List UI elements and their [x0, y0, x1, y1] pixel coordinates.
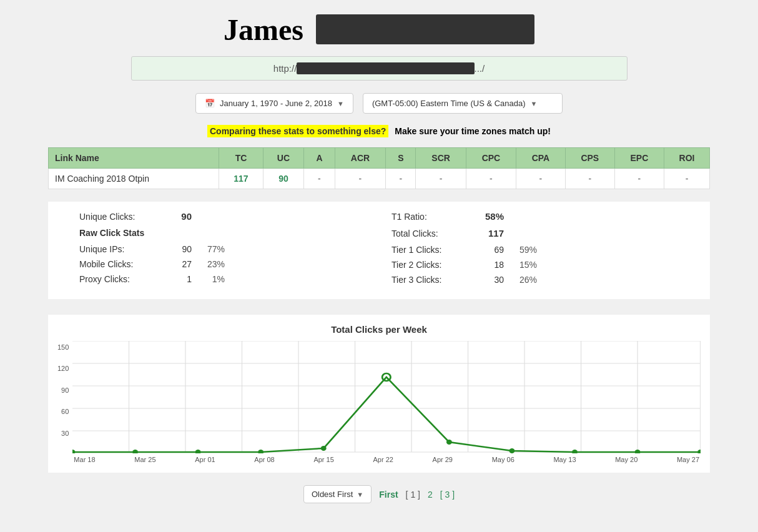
x-label-may06: May 06: [492, 456, 514, 463]
chevron-down-icon: ▼: [337, 100, 344, 107]
chevron-down-icon: ▼: [357, 491, 363, 498]
cell-epc: -: [614, 169, 664, 189]
y-label-90: 90: [61, 387, 69, 394]
page-3-link[interactable]: [ 3 ]: [440, 490, 455, 500]
tier2-value: 18: [473, 260, 504, 270]
col-cps: CPS: [565, 148, 614, 169]
x-label-apr01: Apr 01: [195, 456, 215, 463]
warning-match-text: Make sure your time zones match up!: [395, 126, 551, 136]
cell-a: -: [304, 169, 335, 189]
left-stats-col: Unique Clicks: 90 Raw Click Stats Unique…: [79, 211, 367, 290]
col-s: S: [386, 148, 416, 169]
x-label-mar18: Mar 18: [74, 456, 95, 463]
cell-uc: 90: [263, 169, 304, 189]
cell-s: -: [386, 169, 416, 189]
col-cpc: CPC: [466, 148, 516, 169]
cell-link-name: IM Coaching 2018 Otpin: [49, 169, 219, 189]
chart-point: [321, 446, 327, 451]
page-2-link[interactable]: 2: [428, 490, 433, 500]
date-filter-button[interactable]: 📅 January 1, 1970 - June 2, 2018 ▼: [195, 93, 353, 114]
timezone-label: (GMT-05:00) Eastern Time (US & Canada): [372, 99, 526, 108]
pagination-row: Oldest First ▼ First [ 1 ] 2 [ 3 ]: [48, 485, 710, 516]
y-label-150: 150: [57, 343, 69, 351]
tier1-pct: 59%: [509, 245, 537, 255]
col-roi: ROI: [664, 148, 709, 169]
unique-clicks-value: 90: [160, 211, 192, 222]
url-display: http:// .../: [131, 56, 628, 81]
unique-clicks-label: Unique Clicks:: [79, 212, 160, 222]
cell-cpa: -: [516, 169, 566, 189]
sort-label: Oldest First: [312, 490, 353, 499]
tier3-row: Tier 3 Clicks: 30 26%: [391, 275, 679, 285]
tier2-label: Tier 2 Clicks:: [391, 260, 473, 270]
table-row: IM Coaching 2018 Otpin 117 90 - - - - - …: [49, 169, 710, 189]
calendar-icon: 📅: [205, 99, 215, 108]
x-label-may13: May 13: [553, 456, 576, 463]
cell-acr: -: [335, 169, 386, 189]
col-tc: TC: [219, 148, 263, 169]
title-text: James: [224, 13, 303, 46]
sort-dropdown[interactable]: Oldest First ▼: [303, 485, 372, 503]
current-page: 1: [410, 490, 415, 500]
raw-click-stats-title: Raw Click Stats: [79, 228, 144, 238]
x-label-mar25: Mar 25: [134, 456, 155, 463]
current-page-bracket: [ 1 ]: [406, 490, 420, 500]
unique-ips-row: Unique IPs: 90 77%: [79, 244, 367, 254]
col-epc: EPC: [614, 148, 664, 169]
t1-ratio-row: T1 Ratio: 58%: [391, 211, 679, 222]
chart-section: Total Clicks per Week 150 120 90 60 30: [48, 315, 710, 473]
mobile-clicks-row: Mobile Clicks: 27 23%: [79, 259, 367, 269]
timezone-button[interactable]: (GMT-05:00) Eastern Time (US & Canada) ▼: [363, 93, 563, 114]
warning-bar: Comparing these stats to something else?…: [48, 126, 710, 136]
total-clicks-value: 117: [473, 228, 504, 239]
tier3-pct: 26%: [509, 275, 537, 285]
chart-title: Total Clicks per Week: [57, 324, 701, 335]
t1-ratio-label: T1 Ratio:: [391, 212, 473, 222]
tier3-value: 30: [473, 275, 504, 285]
col-uc: UC: [263, 148, 304, 169]
stats-table: Link Name TC UC A ACR S SCR CPC CPA CPS …: [48, 147, 710, 189]
unique-ips-value: 90: [160, 244, 192, 254]
y-label-30: 30: [61, 430, 69, 437]
x-label-apr08: Apr 08: [254, 456, 274, 463]
chart-point: [572, 450, 578, 453]
chart-point: [698, 450, 701, 453]
col-a: A: [304, 148, 335, 169]
cell-scr: -: [416, 169, 466, 189]
total-clicks-label: Total Clicks:: [391, 229, 473, 239]
x-label-may27: May 27: [677, 456, 699, 463]
mobile-clicks-label: Mobile Clicks:: [79, 259, 160, 269]
cell-cps: -: [565, 169, 614, 189]
date-filter-label: January 1, 1970 - June 2, 2018: [220, 99, 332, 108]
first-page-link[interactable]: First: [379, 490, 398, 500]
chart-point: [509, 448, 515, 453]
unique-ips-label: Unique IPs:: [79, 244, 160, 254]
detail-section: Unique Clicks: 90 Raw Click Stats Unique…: [48, 202, 710, 299]
col-cpa: CPA: [516, 148, 566, 169]
cell-tc: 117: [219, 169, 263, 189]
chart-point: [72, 450, 75, 453]
chart-line: [72, 377, 701, 452]
col-acr: ACR: [335, 148, 386, 169]
right-stats-col: T1 Ratio: 58% Total Clicks: 117 Tier 1 C…: [391, 211, 679, 290]
cell-roi: -: [664, 169, 709, 189]
tier1-label: Tier 1 Clicks:: [391, 245, 473, 255]
proxy-clicks-label: Proxy Clicks:: [79, 274, 160, 284]
page-title: James: [48, 12, 710, 47]
y-label-60: 60: [61, 408, 69, 415]
proxy-clicks-row: Proxy Clicks: 1 1%: [79, 274, 367, 284]
chart-point: [635, 450, 641, 453]
proxy-clicks-pct: 1%: [197, 274, 225, 284]
total-clicks-row: Total Clicks: 117: [391, 228, 679, 239]
warning-highlight: Comparing these stats to something else?: [207, 125, 388, 137]
chart-point: [195, 450, 201, 453]
proxy-clicks-value: 1: [160, 274, 192, 284]
col-link-name: Link Name: [49, 148, 219, 169]
t1-ratio-value: 58%: [473, 211, 504, 222]
cell-cpc: -: [466, 169, 516, 189]
tier1-value: 69: [473, 245, 504, 255]
y-label-120: 120: [57, 365, 69, 372]
tier2-pct: 15%: [509, 260, 537, 270]
tier2-row: Tier 2 Clicks: 18 15%: [391, 260, 679, 270]
x-label-apr29: Apr 29: [433, 456, 453, 463]
